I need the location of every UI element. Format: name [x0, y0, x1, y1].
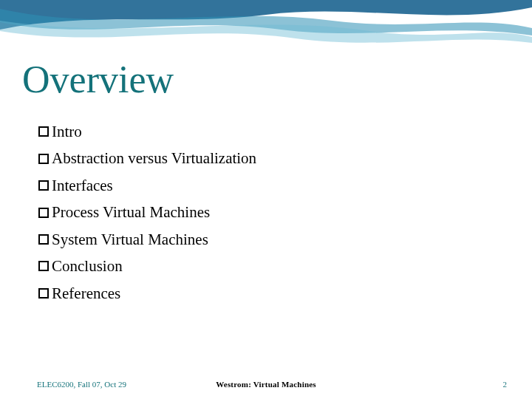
list-item: Abstraction versus Virtualization	[38, 147, 482, 169]
list-item: Process Virtual Machines	[38, 201, 482, 223]
bullet-text: Process Virtual Machines	[52, 201, 210, 223]
footer-title: Westrom: Virtual Machines	[216, 380, 316, 389]
list-item: Intro	[38, 120, 482, 143]
slide-footer: ELEC6200, Fall 07, Oct 29 Westrom: Virtu…	[0, 380, 532, 389]
square-bullet-icon	[38, 180, 49, 191]
bullet-text: Intro	[52, 120, 82, 143]
bullet-list: Intro Abstraction versus Virtualization …	[38, 120, 482, 309]
square-bullet-icon	[38, 126, 49, 137]
square-bullet-icon	[38, 288, 49, 299]
wave-decoration	[0, 0, 532, 59]
bullet-text: Interfaces	[52, 174, 113, 197]
list-item: Interfaces	[38, 174, 482, 197]
list-item: Conclusion	[38, 255, 482, 277]
list-item: System Virtual Machines	[38, 228, 482, 250]
square-bullet-icon	[38, 208, 49, 218]
square-bullet-icon	[38, 234, 49, 245]
bullet-text: Abstraction versus Virtualization	[52, 147, 256, 169]
footer-course-info: ELEC6200, Fall 07, Oct 29	[37, 380, 126, 389]
slide-title: Overview	[22, 58, 174, 101]
list-item: References	[38, 282, 482, 304]
bullet-text: References	[52, 282, 120, 304]
bullet-text: System Virtual Machines	[52, 228, 208, 250]
page-number: 2	[503, 380, 508, 389]
bullet-text: Conclusion	[52, 255, 123, 277]
square-bullet-icon	[38, 261, 49, 271]
square-bullet-icon	[38, 154, 49, 164]
slide-top-banner	[0, 0, 532, 59]
